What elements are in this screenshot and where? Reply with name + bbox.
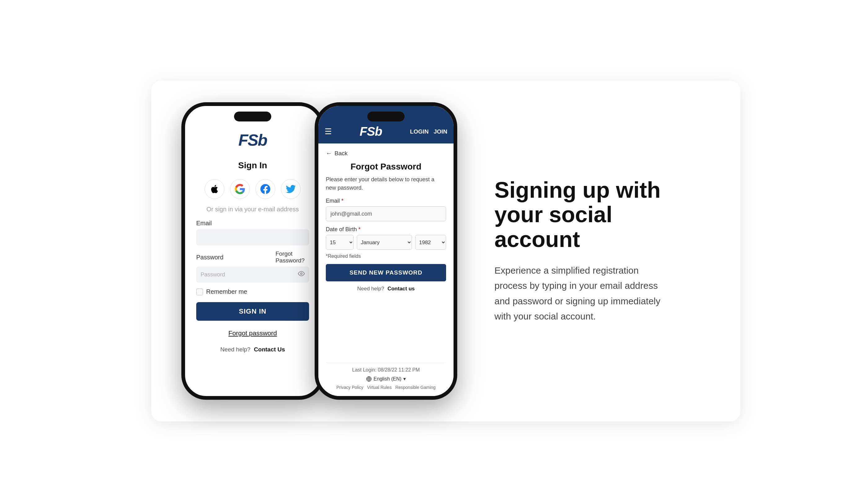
back-arrow-icon: ←: [326, 150, 332, 157]
apple-signin-button[interactable]: [205, 179, 225, 199]
need-help-text-p2: Need help?: [357, 286, 384, 292]
remember-label: Remember me: [206, 288, 247, 295]
email-label-p2: Email *: [326, 198, 446, 204]
email-label: Email: [196, 220, 309, 227]
nav-join[interactable]: JOIN: [434, 128, 447, 135]
password-header-row: Password Forgot Password?: [196, 250, 309, 264]
responsible-gaming-link[interactable]: Responsible Gaming: [395, 385, 435, 390]
phone-signin: FSb Sign In: [181, 102, 324, 400]
email-input[interactable]: [196, 229, 309, 245]
required-note: *Required fields: [326, 253, 446, 259]
scene: FSb Sign In: [0, 0, 868, 502]
need-help-row: Need help? Contact Us: [220, 346, 285, 353]
menu-icon[interactable]: ☰: [324, 127, 332, 136]
eye-icon[interactable]: [298, 270, 305, 279]
email-required: *: [340, 198, 343, 204]
facebook-signin-button[interactable]: [256, 179, 275, 199]
nav-login[interactable]: LOGIN: [410, 128, 428, 135]
password-input[interactable]: Password: [196, 266, 309, 283]
forgot-password-title: Forgot Password: [326, 162, 446, 172]
dob-year-select[interactable]: 1982: [415, 235, 446, 250]
back-row[interactable]: ← Back: [326, 150, 446, 157]
back-text: Back: [334, 150, 348, 157]
password-placeholder: Password: [200, 271, 225, 278]
dob-month-select[interactable]: January: [357, 235, 412, 250]
send-password-button[interactable]: SEND NEW PASSWORD: [326, 264, 446, 281]
dob-row: 15 January 1982: [326, 235, 446, 250]
contact-us-link-p2[interactable]: Contact us: [388, 286, 415, 292]
google-signin-button[interactable]: [230, 179, 250, 199]
language-label: English (EN): [373, 376, 402, 382]
nav-links: LOGIN JOIN: [410, 128, 447, 135]
password-input-wrap: Password: [196, 266, 309, 283]
email-input-p2[interactable]: [326, 206, 446, 221]
remember-checkbox[interactable]: [196, 289, 203, 295]
p2-footer: Last Login: 08/28/22 11:22 PM English (E…: [326, 363, 446, 390]
dob-label: Date of Birth *: [326, 226, 446, 233]
last-login: Last Login: 08/28/22 11:22 PM: [326, 367, 446, 373]
sign-in-button[interactable]: SIGN IN: [196, 302, 309, 321]
contact-us-link[interactable]: Contact Us: [254, 346, 285, 353]
main-heading: Signing up with your social account: [495, 178, 662, 252]
virtual-rules-link[interactable]: Virtual Rules: [367, 385, 392, 390]
language-row[interactable]: English (EN) ▾: [326, 376, 446, 382]
dob-required: *: [357, 226, 361, 232]
or-divider: Or sign in via your e-mail address: [206, 206, 299, 213]
twitter-signin-button[interactable]: [281, 179, 301, 199]
fsb-logo-phone1: FSb: [238, 131, 267, 149]
dob-day-select[interactable]: 15: [326, 235, 354, 250]
need-help-p2: Need help? Contact us: [326, 286, 446, 292]
signin-title: Sign In: [238, 160, 267, 170]
phone2-header: ☰ FSb LOGIN JOIN: [318, 106, 454, 144]
password-label: Password: [196, 254, 276, 261]
phones-area: FSb Sign In: [181, 102, 457, 400]
main-description: Experience a simplified registration pro…: [495, 263, 662, 324]
svg-point-0: [300, 273, 302, 274]
social-icons-row: [205, 179, 301, 199]
signin-body: FSb Sign In: [185, 106, 320, 396]
phone-forgot-screen: ☰ FSb LOGIN JOIN ← Back Forgot Password …: [318, 106, 454, 396]
fsb-logo-phone2: FSb: [360, 125, 382, 138]
footer-links: Privacy Policy Virtual Rules Responsible…: [326, 385, 446, 390]
phone-forgot: ☰ FSb LOGIN JOIN ← Back Forgot Password …: [315, 102, 457, 400]
forgot-password-inline-link[interactable]: Forgot Password?: [276, 250, 309, 264]
remember-row: Remember me: [196, 288, 309, 295]
phone-signin-screen: FSb Sign In: [185, 106, 320, 396]
phone2-body: ← Back Forgot Password Please enter your…: [318, 144, 454, 396]
forgot-password-link[interactable]: Forgot password: [228, 330, 277, 337]
privacy-policy-link[interactable]: Privacy Policy: [336, 385, 363, 390]
language-chevron: ▾: [403, 376, 406, 382]
forgot-description: Please enter your details below to reque…: [326, 175, 446, 192]
need-help-text: Need help?: [220, 346, 250, 353]
text-section: Signing up with your social account Expe…: [476, 159, 687, 343]
